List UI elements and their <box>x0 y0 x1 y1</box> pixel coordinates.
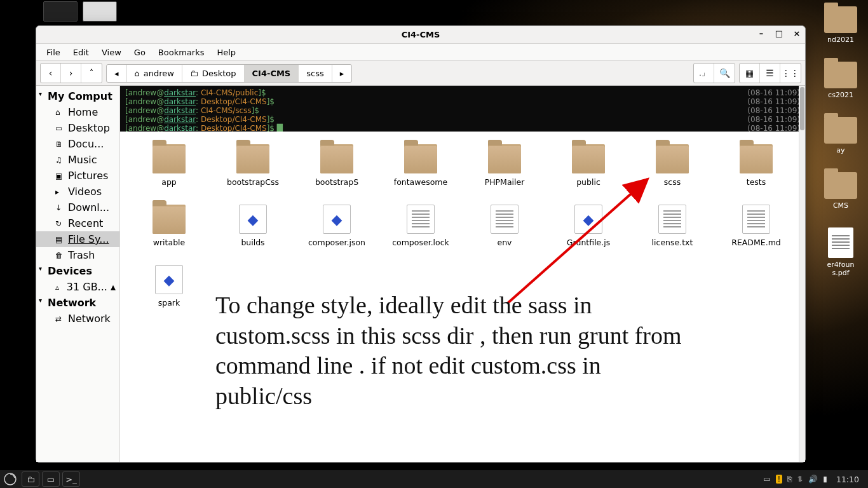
desktop-icon[interactable]: CMS <box>818 172 863 210</box>
scrollbar-thumb[interactable] <box>800 87 804 130</box>
folder-icon <box>824 172 857 199</box>
file-item[interactable]: app <box>128 144 210 187</box>
icon-view[interactable]: appbootstrapCssbootstrapSfontawesomePHPM… <box>120 132 805 462</box>
sidebar-item-label: Downl... <box>68 201 109 214</box>
file-item[interactable]: bootstrapCss <box>212 144 294 187</box>
path-desktop[interactable]: 🗀Desktop <box>182 65 245 82</box>
path-next-button[interactable]: ▸ <box>332 65 352 82</box>
sidebar-group-header[interactable]: Devices <box>36 263 119 279</box>
folder-icon <box>153 144 186 173</box>
view-icons-button[interactable]: ▦ <box>740 64 760 83</box>
sidebar-item-label: Home <box>68 106 98 118</box>
sidebar-item[interactable]: ▣Pictures <box>36 168 119 184</box>
sidebar-item[interactable]: ↓Downl... <box>36 200 119 215</box>
text-file-icon <box>407 205 435 234</box>
menu-go[interactable]: Go <box>129 46 151 59</box>
desktop-icon[interactable]: nd2021 <box>818 6 863 44</box>
file-item[interactable]: public <box>547 144 630 187</box>
path-project[interactable]: CI4-CMS <box>245 65 299 82</box>
maximize-button[interactable]: □ <box>775 29 783 37</box>
toggle-path-entry-button[interactable]: .」 <box>694 64 714 83</box>
file-item[interactable]: spark <box>128 265 210 308</box>
embedded-terminal[interactable]: (08-16 11:09)[andrew@darkstar: CI4-CMS/p… <box>120 86 805 132</box>
sidebar-item-icon: ▤ <box>55 235 64 244</box>
file-item[interactable]: Gruntfile.js <box>547 205 630 247</box>
sidebar-group-header[interactable]: Network <box>36 295 119 311</box>
desktop-icons: nd2021cs2021ayCMSer4foun s.pdf <box>818 6 863 277</box>
sidebar-item-icon: ▸ <box>55 187 64 196</box>
path-home[interactable]: ⌂andrew <box>127 65 182 82</box>
menu-bookmarks[interactable]: Bookmarks <box>153 46 210 59</box>
file-item[interactable]: tests <box>715 144 797 187</box>
menu-edit[interactable]: Edit <box>68 46 94 59</box>
file-item[interactable]: README.md <box>715 205 797 247</box>
file-item[interactable]: scss <box>631 144 714 187</box>
sidebar-item[interactable]: ▭Desktop <box>36 120 119 136</box>
script-file-icon <box>239 205 267 234</box>
sidebar-item[interactable]: ▵31 GB... ▴ <box>36 279 119 295</box>
desktop-icon[interactable]: er4foun s.pdf <box>818 227 863 277</box>
script-file-icon <box>323 205 351 234</box>
start-menu-button[interactable] <box>0 470 20 488</box>
file-item[interactable]: PHPMailer <box>463 144 546 187</box>
file-item[interactable]: env <box>463 205 546 247</box>
search-button[interactable]: 🔍 <box>714 64 735 83</box>
tray-warning-icon[interactable]: ! <box>776 475 783 484</box>
sidebar-group-header[interactable]: My Comput <box>36 88 119 104</box>
sidebar-item[interactable]: ▸Videos <box>36 184 119 200</box>
minimize-button[interactable]: – <box>757 29 766 37</box>
sidebar-item[interactable]: 🗎Docu... <box>36 136 119 152</box>
scrollbar[interactable] <box>799 86 805 462</box>
clock[interactable]: 11:10 <box>832 475 863 484</box>
tray-icon[interactable]: ▭ <box>763 475 770 484</box>
file-item[interactable]: builds <box>212 205 294 247</box>
desktop-icon[interactable]: ay <box>818 117 863 154</box>
taskbar-app1-button[interactable]: ▭ <box>42 471 60 487</box>
sidebar-item[interactable]: ▤File Sy... <box>36 231 119 247</box>
sidebar-item-label: Videos <box>68 186 102 198</box>
desktop-icon[interactable]: cs2021 <box>818 62 863 99</box>
sidebar-item[interactable]: 🗑Trash <box>36 247 119 263</box>
taskbar-files-button[interactable]: 🗀 <box>22 471 39 487</box>
thumb-dark[interactable] <box>43 1 78 22</box>
tray-volume-icon[interactable]: 🔊 <box>808 475 818 484</box>
file-manager-window: CI4-CMS – □ × File Edit View Go Bookmark… <box>36 25 806 463</box>
sidebar-item-icon: 🗎 <box>55 140 64 149</box>
path-prev-button[interactable]: ◂ <box>107 65 127 82</box>
sidebar-item-icon: ▭ <box>55 124 64 133</box>
system-tray: ▭ ! ⎘ ⥮ 🔊 ▮ 11:10 <box>763 475 868 484</box>
nav-forward-button[interactable]: › <box>61 64 81 83</box>
file-item[interactable]: composer.lock <box>379 205 462 247</box>
tray-battery-icon[interactable]: ▮ <box>823 475 827 484</box>
tray-network-icon[interactable]: ⥮ <box>797 475 803 484</box>
file-label: README.md <box>731 238 781 247</box>
file-label: env <box>497 238 512 247</box>
sidebar-item[interactable]: ⇄Network <box>36 311 119 327</box>
sidebar-item[interactable]: ↻Recent <box>36 215 119 231</box>
view-list-button[interactable]: ☰ <box>760 64 780 83</box>
close-button[interactable]: × <box>792 29 801 37</box>
folder-icon <box>824 6 857 33</box>
taskbar-terminal-button[interactable]: >_ <box>62 471 80 487</box>
file-item[interactable]: fontawesome <box>379 144 462 187</box>
menu-file[interactable]: File <box>41 46 65 59</box>
view-compact-button[interactable]: ⋮⋮ <box>780 64 801 83</box>
file-item[interactable]: license.txt <box>631 205 714 247</box>
thumb-light[interactable] <box>83 1 117 22</box>
menu-help[interactable]: Help <box>212 46 241 59</box>
sidebar-item[interactable]: ⌂Home <box>36 104 119 120</box>
nav-up-button[interactable]: ˄ <box>81 64 102 83</box>
file-item[interactable]: composer.json <box>295 205 378 247</box>
nav-back-button[interactable]: ‹ <box>41 64 61 83</box>
path-scss[interactable]: scss <box>299 65 332 82</box>
file-item[interactable]: bootstrapS <box>295 144 378 187</box>
sidebar-item-label: Music <box>68 154 97 166</box>
menu-view[interactable]: View <box>97 46 126 59</box>
file-label: tests <box>747 177 766 187</box>
file-label: bootstrapS <box>315 177 358 187</box>
sidebar-item[interactable]: ♫Music <box>36 152 119 168</box>
tray-updates-icon[interactable]: ⎘ <box>787 475 792 484</box>
titlebar[interactable]: CI4-CMS – □ × <box>36 26 805 44</box>
file-item[interactable]: writable <box>128 205 210 247</box>
file-label: app <box>161 177 177 187</box>
